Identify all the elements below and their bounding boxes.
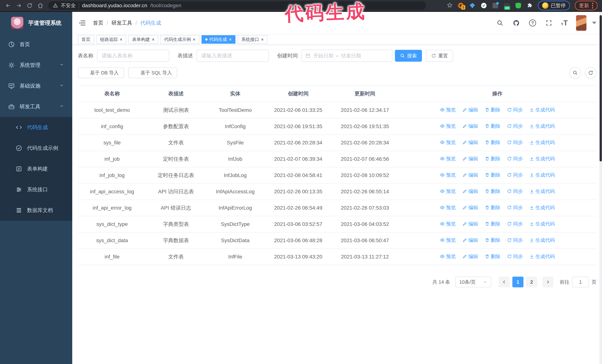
tag-tab[interactable]: 代码生成 × — [202, 35, 236, 44]
sync-link[interactable]: 同步 — [507, 187, 523, 195]
extension-diamond-icon[interactable] — [469, 2, 476, 9]
table-desc-input[interactable] — [197, 50, 269, 62]
sync-link[interactable]: 同步 — [507, 155, 523, 163]
preview-link[interactable]: 预览 — [440, 106, 456, 114]
preview-link[interactable]: 预览 — [440, 171, 456, 179]
delete-link[interactable]: 删除 — [485, 203, 501, 212]
refresh-table-button[interactable] — [585, 67, 596, 79]
extensions-puzzle-icon[interactable] — [527, 2, 533, 9]
extension-paused-chip[interactable]: 已暂停 — [538, 1, 570, 10]
sidebar-item-dev-tools[interactable]: 研发工具 — [0, 96, 72, 117]
delete-link[interactable]: 删除 — [485, 252, 501, 260]
breadcrumb-item[interactable]: 研发工具 — [111, 20, 132, 26]
tab-close-icon[interactable]: × — [229, 37, 232, 42]
breadcrumb-item[interactable]: 首页 — [93, 20, 103, 26]
browser-forward-button[interactable] — [14, 1, 24, 10]
browser-home-button[interactable] — [36, 1, 45, 10]
app-logo-row[interactable]: 芋道管理系统 — [0, 12, 72, 34]
sync-link[interactable]: 同步 — [507, 138, 523, 146]
sidebar-item-code-generation[interactable]: 代码生成 — [0, 117, 72, 138]
import-db-button[interactable]: 基于 DB 导入 — [78, 67, 124, 78]
fullscreen-icon[interactable] — [545, 19, 553, 27]
avatar-caret-icon[interactable] — [592, 22, 596, 24]
sidebar-item-form-builder[interactable]: 表单构建 — [0, 158, 72, 179]
tab-close-icon[interactable]: × — [193, 37, 195, 42]
preview-link[interactable]: 预览 — [440, 236, 456, 244]
edit-link[interactable]: 编辑 — [462, 252, 478, 260]
sync-link[interactable]: 同步 — [507, 122, 523, 130]
sidebar-fold-button[interactable] — [78, 18, 88, 28]
edit-link[interactable]: 编辑 — [462, 138, 478, 146]
delete-link[interactable]: 删除 — [485, 220, 501, 228]
reset-button[interactable]: 重置 — [426, 50, 453, 62]
generate-code-link[interactable]: 生成代码 — [529, 220, 555, 228]
sync-link[interactable]: 同步 — [507, 203, 523, 212]
generate-code-link[interactable]: 生成代码 — [529, 155, 555, 163]
preview-link[interactable]: 预览 — [440, 203, 456, 212]
generate-code-link[interactable]: 生成代码 — [529, 187, 555, 195]
next-page-button[interactable] — [542, 277, 553, 287]
sidebar-item-code-generation-example[interactable]: 代码生成示例 — [0, 138, 72, 158]
tab-close-icon[interactable]: × — [261, 37, 264, 42]
sidebar-item-home[interactable]: 首页 — [0, 34, 72, 55]
preview-link[interactable]: 预览 — [440, 138, 456, 146]
edit-link[interactable]: 编辑 — [462, 155, 478, 163]
generate-code-link[interactable]: 生成代码 — [529, 138, 555, 146]
generate-code-link[interactable]: 生成代码 — [529, 236, 555, 244]
delete-link[interactable]: 删除 — [485, 155, 501, 163]
table-name-input[interactable] — [97, 50, 169, 62]
sidebar-item-system-api[interactable]: 系统接口 — [0, 179, 72, 200]
sidebar-item-infrastructure[interactable]: 基础设施 — [0, 75, 72, 96]
browser-scrollbar[interactable] — [599, 12, 602, 364]
browser-back-button[interactable] — [3, 1, 13, 10]
page-size-select[interactable]: 10条/页 — [455, 277, 491, 287]
tab-close-icon[interactable]: × — [120, 37, 122, 42]
extension-green-figure-icon[interactable] — [515, 2, 522, 9]
edit-link[interactable]: 编辑 — [462, 187, 478, 195]
sync-link[interactable]: 同步 — [507, 106, 523, 114]
prev-page-button[interactable] — [499, 277, 510, 287]
delete-link[interactable]: 删除 — [485, 171, 501, 179]
address-bar[interactable]: 不安全 dashboard.yudao.iocoder.cn /tool/cod… — [48, 1, 426, 10]
tag-tab[interactable]: 首页 — [78, 35, 94, 44]
browser-update-button[interactable]: 更新 — [575, 1, 598, 10]
user-avatar[interactable] — [576, 15, 586, 31]
sync-link[interactable]: 同步 — [507, 220, 523, 228]
edit-link[interactable]: 编辑 — [462, 171, 478, 179]
help-icon[interactable]: ? — [528, 19, 537, 27]
edit-link[interactable]: 编辑 — [462, 236, 478, 244]
github-icon[interactable] — [512, 19, 520, 27]
preview-link[interactable]: 预览 — [440, 187, 456, 195]
browser-reload-button[interactable] — [25, 1, 34, 10]
tab-close-icon[interactable]: × — [152, 37, 154, 42]
page-button-2[interactable]: 2 — [526, 277, 537, 287]
sync-link[interactable]: 同步 — [507, 236, 523, 244]
extension-on-badge-icon[interactable]: on — [504, 2, 510, 9]
tag-tab[interactable]: 代码生成示例 × — [161, 35, 199, 44]
delete-link[interactable]: 删除 — [485, 138, 501, 146]
delete-link[interactable]: 删除 — [485, 187, 501, 195]
preview-link[interactable]: 预览 — [440, 252, 456, 260]
generate-code-link[interactable]: 生成代码 — [529, 171, 555, 179]
preview-link[interactable]: 预览 — [440, 122, 456, 130]
tag-tab[interactable]: 系统接口 × — [238, 35, 268, 44]
toggle-search-button[interactable] — [570, 67, 581, 79]
generate-code-link[interactable]: 生成代码 — [529, 252, 555, 260]
extension-gray-drop-icon[interactable] — [492, 2, 499, 9]
breadcrumb-current[interactable]: 代码生成 — [140, 20, 161, 26]
delete-link[interactable]: 删除 — [485, 122, 501, 130]
goto-page-input[interactable] — [572, 277, 589, 287]
sync-link[interactable]: 同步 — [507, 252, 523, 260]
scrollbar-thumb[interactable] — [600, 15, 602, 161]
preview-link[interactable]: 预览 — [440, 220, 456, 228]
delete-link[interactable]: 删除 — [485, 236, 501, 244]
tag-tab[interactable]: 链路追踪 × — [96, 35, 126, 44]
generate-code-link[interactable]: 生成代码 — [529, 122, 555, 130]
preview-link[interactable]: 预览 — [440, 155, 456, 163]
edit-link[interactable]: 编辑 — [462, 220, 478, 228]
tag-tab[interactable]: 表单构建 × — [128, 35, 158, 44]
edit-link[interactable]: 编辑 — [462, 122, 478, 130]
import-sql-button[interactable]: 基于 SQL 导入 — [128, 67, 177, 78]
header-search-icon[interactable] — [496, 19, 504, 27]
search-button[interactable]: 搜索 — [395, 50, 422, 62]
